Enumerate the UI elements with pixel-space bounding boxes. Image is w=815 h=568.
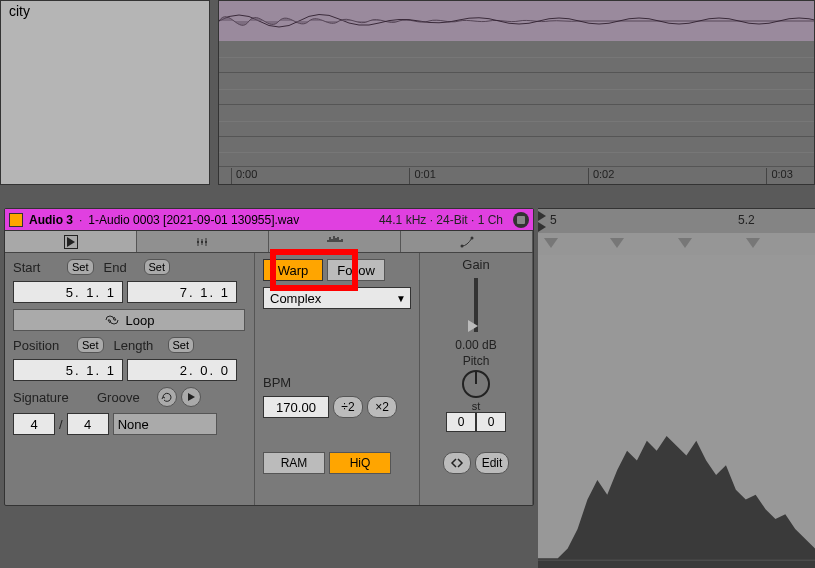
groove-extract-button[interactable] <box>181 387 201 407</box>
warp-column: Warp Follow Complex BPM 170.00 ÷2 ×2 RAM… <box>255 253 420 505</box>
set-start-button[interactable]: Set <box>67 259 94 275</box>
slider-thumb-icon <box>468 320 478 332</box>
groove-commit-button[interactable] <box>157 387 177 407</box>
warp-marker-icon[interactable] <box>610 238 624 248</box>
automation-lane[interactable] <box>219 105 814 137</box>
set-end-button[interactable]: Set <box>144 259 171 275</box>
tab-sample[interactable] <box>5 231 137 252</box>
warp-marker-row[interactable] <box>538 233 815 255</box>
gain-value: 0.00 dB <box>455 338 496 352</box>
clip-header: Audio 3 · 1-Audio 0003 [2021-09-01 13095… <box>5 209 533 231</box>
pitch-unit-label: st <box>472 400 481 412</box>
sample-ruler[interactable]: 5 5.2 <box>538 209 815 233</box>
warp-marker-icon[interactable] <box>678 238 692 248</box>
set-length-button[interactable]: Set <box>168 337 195 353</box>
end-label: End <box>104 260 140 275</box>
chevron-right-icon[interactable] <box>538 211 546 221</box>
loop-icon <box>104 314 120 326</box>
pitch-label: Pitch <box>463 354 490 368</box>
bpm-half-button[interactable]: ÷2 <box>333 396 363 418</box>
warp-mode-select[interactable]: Complex <box>263 287 411 309</box>
timeline-tick: 0:00 <box>231 168 257 184</box>
commit-icon <box>161 391 173 403</box>
signature-label: Signature <box>13 390 93 405</box>
clip-save-button[interactable] <box>513 212 529 228</box>
tab-notes[interactable] <box>137 231 269 252</box>
curve-icon <box>459 234 475 250</box>
arrangement-track-area[interactable]: 0:00 0:01 0:02 0:03 <box>218 0 815 185</box>
chevron-right-icon[interactable] <box>538 222 546 232</box>
signature-denominator[interactable]: 4 <box>67 413 109 435</box>
browser-panel: city <box>0 0 210 185</box>
end-position-field[interactable]: 7. 1. 1 <box>127 281 237 303</box>
timeline-tick: 0:01 <box>409 168 435 184</box>
clip-tab-row <box>5 231 533 253</box>
groove-label: Groove <box>97 390 153 405</box>
tab-expression[interactable] <box>401 231 533 252</box>
position-label: Position <box>13 338 73 353</box>
bpm-label: BPM <box>263 375 291 390</box>
start-label: Start <box>13 260 63 275</box>
loop-length-field[interactable]: 2. 0. 0 <box>127 359 237 381</box>
reverse-button[interactable] <box>443 452 471 474</box>
timeline-tick: 0:02 <box>588 168 614 184</box>
warp-marker-icon[interactable] <box>746 238 760 248</box>
clip-waveform-lane[interactable] <box>219 1 814 41</box>
waveform-icon <box>219 1 814 41</box>
ruler-tick: 5 <box>550 213 557 227</box>
reverse-icon <box>450 457 464 469</box>
sample-waveform[interactable] <box>538 255 815 568</box>
warp-toggle[interactable]: Warp <box>263 259 323 281</box>
groove-select[interactable]: None <box>113 413 217 435</box>
timeline-tick: 0:03 <box>766 168 792 184</box>
automation-lane[interactable] <box>219 137 814 167</box>
ram-toggle[interactable]: RAM <box>263 452 325 474</box>
warp-marker-icon[interactable] <box>544 238 558 248</box>
clip-filename: 1-Audio 0003 [2021-09-01 130955].wav <box>88 213 299 227</box>
bpm-field[interactable]: 170.00 <box>263 396 329 418</box>
sample-region-column: Start Set End Set 5. 1. 1 7. 1. 1 Loop P… <box>5 253 255 505</box>
start-position-field[interactable]: 5. 1. 1 <box>13 281 123 303</box>
automation-lane[interactable] <box>219 73 814 105</box>
loop-position-field[interactable]: 5. 1. 1 <box>13 359 123 381</box>
set-position-button[interactable]: Set <box>77 337 104 353</box>
play-icon <box>64 235 78 249</box>
automation-lane[interactable] <box>219 41 814 73</box>
pitch-fine-field[interactable]: 0 <box>476 412 506 432</box>
gain-pitch-column: Gain 0.00 dB Pitch st 0 0 Edit <box>420 253 533 505</box>
pitch-values: 0 0 <box>446 412 506 432</box>
notes-icon <box>195 234 211 250</box>
clip-view-panel: Audio 3 · 1-Audio 0003 [2021-09-01 13095… <box>4 208 534 506</box>
ruler-tick: 5.2 <box>738 213 755 227</box>
bpm-double-button[interactable]: ×2 <box>367 396 397 418</box>
length-label: Length <box>114 338 164 353</box>
clip-name[interactable]: Audio 3 <box>29 213 73 227</box>
follow-toggle[interactable]: Follow <box>327 259 385 281</box>
waveform-icon <box>538 255 815 568</box>
clip-audio-info: 44.1 kHz · 24-Bit · 1 Ch <box>379 213 503 227</box>
play-icon <box>185 391 197 403</box>
signature-numerator[interactable]: 4 <box>13 413 55 435</box>
pitch-knob[interactable] <box>462 370 490 398</box>
edit-button[interactable]: Edit <box>475 452 510 474</box>
pitch-coarse-field[interactable]: 0 <box>446 412 476 432</box>
browser-item-label: city <box>9 3 30 19</box>
gain-label: Gain <box>462 257 489 272</box>
clip-color-swatch[interactable] <box>9 213 23 227</box>
arrangement-timeline[interactable]: 0:00 0:01 0:02 0:03 <box>219 168 814 184</box>
tab-envelope[interactable] <box>269 231 401 252</box>
gain-slider[interactable] <box>474 278 478 332</box>
loop-toggle[interactable]: Loop <box>13 309 245 331</box>
sample-editor[interactable]: 5 5.2 <box>538 208 815 568</box>
waveform-icon <box>327 234 343 250</box>
hiq-toggle[interactable]: HiQ <box>329 452 391 474</box>
